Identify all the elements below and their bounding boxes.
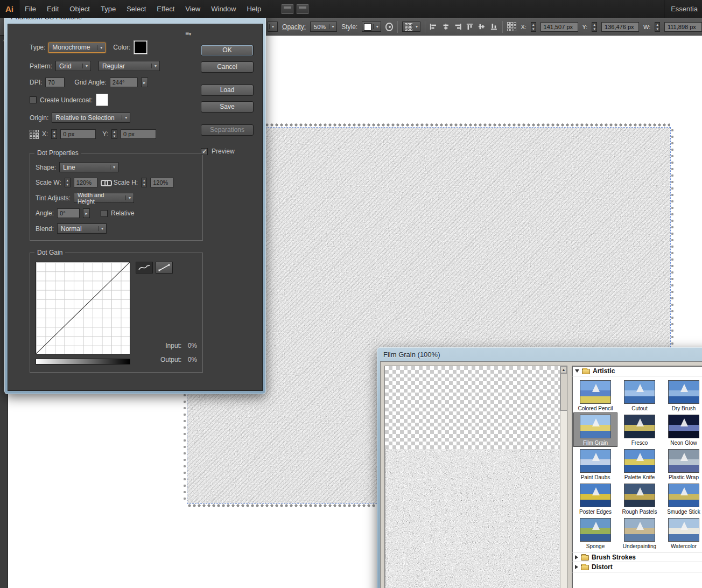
menu-item-view[interactable]: View <box>180 0 206 18</box>
filter-thumb-label: Fresco <box>617 440 662 446</box>
film-grain-dialog[interactable]: Film Grain (100%) ▲ Artist <box>377 347 702 588</box>
ok-button[interactable]: OK <box>201 45 254 56</box>
filter-thumb-rough-pastels[interactable]: Rough Pastels <box>617 481 662 516</box>
filter-thumb-colored-pencil[interactable]: Colored Pencil <box>573 378 617 412</box>
curve-mode-button[interactable] <box>136 262 153 274</box>
preview-scrollbar[interactable]: ▲ <box>560 366 567 588</box>
collapse-triangle-icon[interactable] <box>575 369 579 373</box>
color-swatch[interactable] <box>134 40 148 54</box>
angle-popup-icon[interactable] <box>83 208 90 218</box>
align-center-icon[interactable] <box>442 23 450 31</box>
y-stepper[interactable]: ▲▼ <box>592 22 597 32</box>
x-stepper[interactable]: ▲▼ <box>531 22 536 32</box>
filter-thumb-fresco[interactable]: Fresco <box>617 412 662 447</box>
scroll-up-icon[interactable]: ▲ <box>560 366 567 373</box>
angle-field[interactable]: 0° <box>57 208 80 218</box>
origin-dropdown[interactable]: Relative to Selection <box>52 113 130 123</box>
undercoat-color-swatch[interactable] <box>96 94 108 106</box>
filter-thumb-dry-brush[interactable]: Dry Brush <box>662 378 702 412</box>
align-right-icon[interactable] <box>454 23 462 31</box>
film-grain-dialog-titlebar[interactable]: Film Grain (100%) <box>380 347 702 361</box>
align-middle-icon[interactable] <box>478 23 486 31</box>
menu-item-help[interactable]: Help <box>241 0 266 18</box>
opacity-link[interactable]: Opacity: <box>282 23 306 31</box>
style-dropdown[interactable] <box>362 22 381 32</box>
scrollbar-thumb[interactable] <box>560 373 567 411</box>
x-coordinate-field[interactable]: 141,507 px <box>540 22 578 32</box>
category-distort[interactable]: Distort <box>572 562 702 572</box>
shape-mode-dropdown[interactable] <box>402 22 420 32</box>
scale-w-field[interactable]: 120% <box>74 178 97 187</box>
input-value: 0% <box>188 342 197 349</box>
shape-dropdown[interactable]: Line <box>59 162 118 172</box>
dot-gain-curve-editor[interactable] <box>36 262 130 354</box>
menu-item-file[interactable]: File <box>19 0 41 18</box>
origin-x-stepper[interactable]: ▲▼ <box>51 129 57 139</box>
scale-w-stepper[interactable]: ▲▼ <box>65 178 71 187</box>
shape-value: Line <box>63 164 75 171</box>
relative-checkbox[interactable] <box>101 210 108 217</box>
scale-h-stepper[interactable]: ▲▼ <box>141 178 147 187</box>
illustrator-logo[interactable]: Ai <box>0 0 19 18</box>
filter-thumb-plastic-wrap[interactable]: Plastic Wrap <box>662 447 702 481</box>
pattern-style-dropdown[interactable]: Regular <box>99 61 160 71</box>
align-left-icon[interactable] <box>430 23 438 31</box>
filter-thumb-palette-knife[interactable]: Palette Knife <box>617 447 662 481</box>
filter-thumb-cutout[interactable]: Cutout <box>617 378 662 412</box>
arrange-documents-icon[interactable] <box>297 4 308 14</box>
filter-thumb-underpainting[interactable]: Underpainting <box>617 516 662 550</box>
workspace-switcher[interactable]: Essentia <box>664 0 702 18</box>
menu-item-object[interactable]: Object <box>64 0 95 18</box>
output-value: 0% <box>188 356 197 363</box>
angle-slider-popup-icon[interactable] <box>141 78 148 87</box>
link-scale-icon[interactable] <box>101 179 110 186</box>
align-top-icon[interactable] <box>466 23 474 31</box>
filter-thumb-paint-daubs[interactable]: Paint Daubs <box>573 447 617 481</box>
type-dropdown[interactable]: Monochrome <box>48 43 106 53</box>
filter-preview-pane[interactable]: ▲ <box>384 366 567 588</box>
filter-thumb-film-grain[interactable]: Film Grain <box>573 412 617 447</box>
load-button[interactable]: Load <box>201 85 254 96</box>
y-coordinate-field[interactable]: 136,476 px <box>601 22 639 32</box>
expand-triangle-icon[interactable] <box>575 565 578 569</box>
cancel-button[interactable]: Cancel <box>201 61 254 73</box>
category-artistic[interactable]: Artistic <box>572 366 702 376</box>
variable-width-dropdown[interactable] <box>268 22 278 32</box>
menu-item-effect[interactable]: Effect <box>151 0 180 18</box>
filter-thumb-neon-glow[interactable]: Neon Glow <box>662 412 702 447</box>
origin-y-field[interactable]: 0 px <box>121 129 156 139</box>
pattern-dropdown[interactable]: Grid <box>55 61 91 71</box>
filter-thumb-smudge-stick[interactable]: Smudge Stick <box>662 481 702 516</box>
phantasm-halftone-dialog[interactable]: Phantasm CS Halftone ≡▾ Type: Monochrome… <box>4 10 266 394</box>
line-mode-button[interactable] <box>156 262 173 274</box>
expand-triangle-icon[interactable] <box>575 555 578 559</box>
opacity-dropdown[interactable]: 50% <box>310 22 337 32</box>
menu-item-select[interactable]: Select <box>121 0 151 18</box>
bridge-icon[interactable] <box>282 4 293 14</box>
preview-checkbox[interactable] <box>201 148 208 155</box>
tint-adjusts-value: Width and Height <box>78 192 122 205</box>
menu-item-window[interactable]: Window <box>206 0 241 18</box>
filter-thumb-sponge[interactable]: Sponge <box>573 516 617 550</box>
filter-thumb-poster-edges[interactable]: Poster Edges <box>573 481 617 516</box>
origin-x-field[interactable]: 0 px <box>60 129 96 139</box>
save-button[interactable]: Save <box>201 101 254 113</box>
origin-reference-point-icon[interactable] <box>30 130 39 139</box>
menu-item-type[interactable]: Type <box>95 0 121 18</box>
scale-h-field[interactable]: 120% <box>150 178 174 187</box>
category-brush-strokes[interactable]: Brush Strokes <box>572 552 702 562</box>
origin-y-stepper[interactable]: ▲▼ <box>111 129 117 139</box>
create-undercoat-checkbox[interactable] <box>30 96 37 103</box>
blend-dropdown[interactable]: Normal <box>57 223 107 234</box>
w-stepper[interactable]: ▲▼ <box>655 22 660 32</box>
tint-adjusts-dropdown[interactable]: Width and Height <box>74 193 134 203</box>
align-bottom-icon[interactable] <box>490 23 499 31</box>
grid-angle-field[interactable]: 244° <box>110 78 138 87</box>
filter-thumb-watercolor[interactable]: Watercolor <box>662 516 702 550</box>
menu-item-edit[interactable]: Edit <box>41 0 64 18</box>
reference-point-icon[interactable] <box>507 22 516 31</box>
recolor-artwork-icon[interactable] <box>385 23 393 31</box>
dpi-field[interactable]: 70 <box>45 78 65 87</box>
y-label: Y: <box>582 24 588 30</box>
width-field[interactable]: 111,898 px <box>664 22 702 32</box>
